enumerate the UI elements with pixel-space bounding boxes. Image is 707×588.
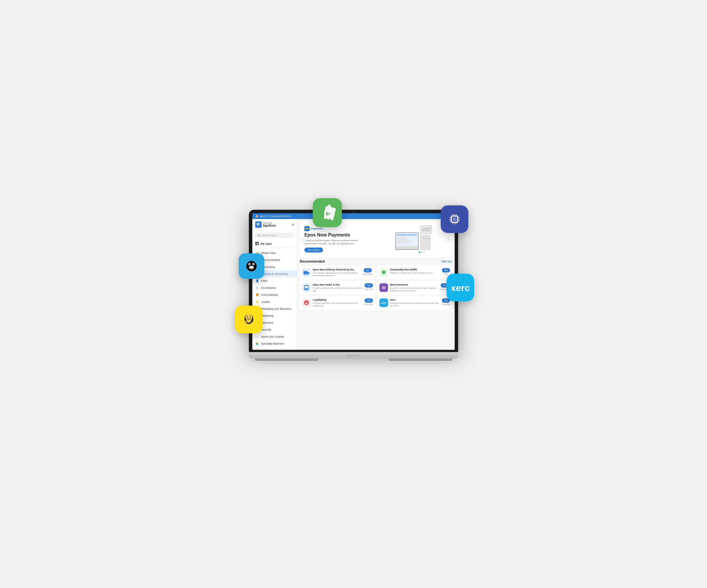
- app-info-srr: Sustainably Run (SRR) Offset your restau…: [390, 268, 440, 274]
- svg-rect-37: [397, 234, 417, 235]
- section-header: Recommended SEE ALL: [300, 259, 452, 263]
- nav-booking-label: Booking & Scheduling: [261, 272, 288, 275]
- app-info-loyaltydog: LoyaltyDog Increase sales from your loya…: [313, 298, 363, 307]
- nav-loyalty-label: Loyalty: [261, 300, 270, 303]
- app-info-xero: Xero Manage financial data and collate r…: [390, 298, 440, 307]
- hero-prev-button[interactable]: ‹: [301, 237, 306, 242]
- main-content: ‹ 💳 Payments Epos Now Payments Accept al…: [297, 219, 454, 350]
- delivery-get-button[interactable]: Get: [364, 268, 372, 272]
- xero-app-icon: xero: [379, 298, 388, 307]
- sidebar-item-loyalty[interactable]: ⭐ Loyalty: [252, 298, 297, 305]
- card-reader: [420, 225, 432, 234]
- app-info-delivery: Epos Now Delivery Powered by De... Offer…: [313, 268, 361, 277]
- svg-text:xero: xero: [381, 301, 386, 304]
- orderpay-btn-area: Get Free Trial: [365, 283, 373, 290]
- laptop-screen: 🏠 BACK TO THE BACKOFFICE: [249, 210, 458, 352]
- sidebar-item-specialty[interactable]: 🏪 Specialty Business: [252, 340, 297, 347]
- xero-app-name: Xero: [390, 298, 440, 301]
- svg-point-30: [246, 319, 251, 323]
- hero-next-button[interactable]: ›: [446, 237, 451, 242]
- sidebar-item-my-apps[interactable]: My Apps: [252, 240, 297, 247]
- orderpay-app-icon: [302, 283, 311, 292]
- staff-icon: 👥: [255, 348, 259, 350]
- hero-dot-3[interactable]: [423, 252, 425, 253]
- food-icon: 🍔: [255, 293, 259, 297]
- svg-rect-45: [422, 230, 425, 231]
- apps-grid: Epos Now Delivery Powered by De... Offer…: [300, 266, 452, 310]
- loyalty-icon: ⭐: [255, 299, 259, 303]
- svg-rect-40: [397, 240, 407, 240]
- xero-sub-label: Free Trial: [442, 303, 450, 305]
- srr-btn-area: Get Free: [442, 268, 450, 275]
- svg-rect-33: [258, 223, 259, 224]
- sidebar-item-ecommerce[interactable]: 🛒 eCommerce: [252, 284, 297, 291]
- laptop-base: [249, 352, 458, 359]
- search-icon: 🔍: [257, 234, 260, 237]
- woo-app-name: WooCommerce: [390, 283, 438, 286]
- delivery-btn-area: Get Subscription: [363, 268, 373, 275]
- delivery-app-desc: Offer delivery with leading food orderin…: [313, 272, 361, 277]
- app-card-orderpay-info: Epos Now Order & Pay Provide seamless ta…: [313, 283, 363, 292]
- orderpay-app-desc: Provide seamless table ordering. Guests …: [313, 287, 363, 292]
- nav-payments-label: Payments: [261, 321, 273, 324]
- hero-dot-2[interactable]: [421, 252, 423, 253]
- svg-rect-35: [258, 224, 259, 225]
- svg-rect-44: [422, 228, 431, 229]
- svg-point-24: [253, 263, 254, 265]
- laptop-camera: [352, 212, 355, 213]
- svg-rect-46: [426, 230, 429, 231]
- loyaltydog-app-desc: Increase sales from your loyal customer …: [313, 302, 363, 307]
- sidebar-item-staff[interactable]: 👥 Staff & Team: [252, 347, 297, 350]
- sidebar-item-serve-guests[interactable]: 🍽️ Serve your Guests: [252, 333, 297, 340]
- chip-icon: [441, 206, 468, 233]
- app-card-orderpay: Epos Now Order & Pay Provide seamless ta…: [300, 281, 375, 294]
- loyaltydog-sub-label: Free Trial: [365, 303, 373, 305]
- svg-rect-51: [422, 243, 429, 243]
- loyaltydog-get-button[interactable]: Get: [365, 298, 373, 303]
- svg-point-68: [307, 302, 308, 303]
- serve-icon: 🍽️: [255, 334, 259, 338]
- ecommerce-icon: 🛒: [255, 286, 259, 290]
- top-bar: 🏠 BACK TO THE BACKOFFICE: [252, 213, 454, 219]
- home-icon: 🏠: [255, 215, 259, 218]
- svg-rect-18: [452, 217, 457, 221]
- svg-text:xero: xero: [452, 283, 469, 293]
- orderpay-app-name: Epos Now Order & Pay: [313, 283, 363, 286]
- orderpay-get-button[interactable]: Get: [365, 283, 373, 288]
- nav-marketing-label: Marketing: [261, 314, 273, 317]
- loyaltydog-app-name: LoyaltyDog: [313, 298, 363, 301]
- svg-rect-38: [397, 236, 406, 237]
- laptop-foot-right: [389, 359, 452, 361]
- appstore-ui: 🏠 BACK TO THE BACKOFFICE: [252, 213, 454, 350]
- svg-rect-32: [257, 223, 258, 224]
- sidebar-item-food-delivery[interactable]: 🍔 Food Delivery: [252, 291, 297, 298]
- grid-icon: [255, 242, 259, 245]
- nav-staff-label: Staff & Team: [261, 349, 277, 350]
- srr-app-icon: [379, 268, 388, 277]
- see-all-button[interactable]: SEE ALL: [441, 260, 452, 263]
- monitor: [395, 232, 418, 250]
- hero-dot-1[interactable]: [418, 252, 420, 253]
- specialty-icon: 🏪: [255, 341, 259, 345]
- svg-rect-61: [305, 286, 308, 288]
- hero-cta-button[interactable]: Get started: [304, 248, 323, 252]
- app-info-orderpay: Epos Now Order & Pay Provide seamless ta…: [313, 283, 363, 292]
- search-box[interactable]: 🔍 Search Apps...: [255, 233, 295, 238]
- app-card-woo-info: WooCommerce Seamless stock, order and cu…: [390, 283, 438, 292]
- pos-terminal: [395, 225, 448, 250]
- app-card-srr-info: Sustainably Run (SRR) Offset your restau…: [390, 268, 440, 274]
- app-card-loyaltydog: LoyaltyDog Increase sales from your loya…: [300, 296, 375, 309]
- recommended-title: Recommended: [300, 259, 325, 263]
- srr-get-button[interactable]: Get: [442, 268, 450, 272]
- hero-content: 💳 Payments Epos Now Payments Accept all …: [304, 226, 363, 252]
- loyaltydog-app-icon: [302, 298, 311, 307]
- nav-managing-label: Managing your Business: [261, 307, 291, 310]
- hero-title: Epos Now Payments: [304, 232, 363, 237]
- hamburger-menu[interactable]: ≡: [292, 222, 294, 227]
- nav-ecommerce-label: eCommerce: [261, 286, 276, 289]
- svg-rect-42: [397, 242, 409, 243]
- app-card-srr: Sustainably Run (SRR) Offset your restau…: [377, 266, 452, 279]
- monitor-screen: [396, 233, 418, 246]
- logo-text-block: eposnow AppStore: [263, 222, 276, 227]
- loyaltydog-btn-area: Get Free Trial: [365, 298, 373, 305]
